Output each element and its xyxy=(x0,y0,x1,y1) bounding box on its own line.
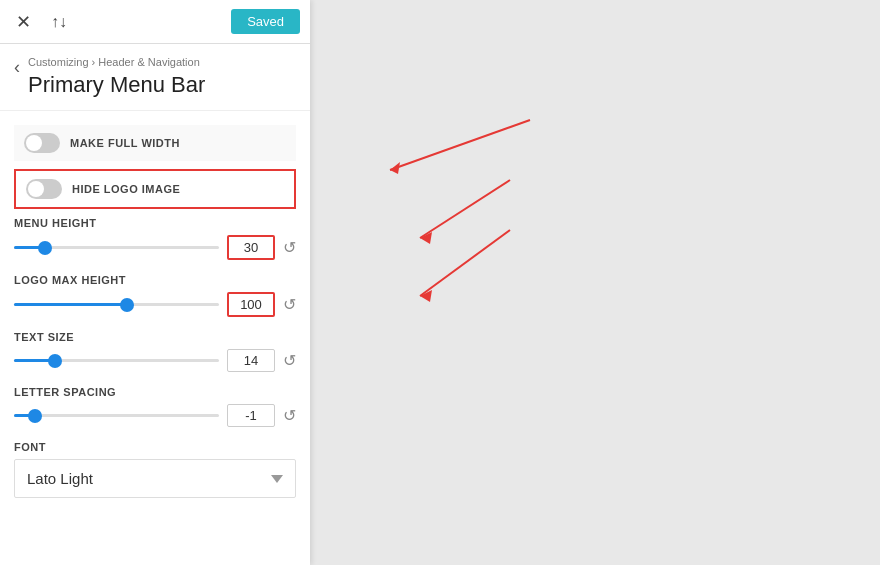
sort-button[interactable]: ↑↓ xyxy=(45,9,73,35)
text-size-reset[interactable]: ↺ xyxy=(283,353,296,369)
svg-line-0 xyxy=(390,120,530,170)
text-size-thumb[interactable] xyxy=(48,354,62,368)
menu-height-value[interactable] xyxy=(227,235,275,260)
font-select[interactable]: Lato Light Arial Georgia Verdana xyxy=(14,459,296,498)
annotation-arrows xyxy=(310,0,880,565)
menu-height-row: ↺ xyxy=(14,235,296,260)
font-label: FONT xyxy=(14,441,296,453)
toolbar: ✕ ↑↓ Saved xyxy=(0,0,310,44)
page-title: Primary Menu Bar xyxy=(28,72,205,98)
svg-line-2 xyxy=(420,180,510,238)
main-content xyxy=(310,0,880,565)
header-section: ‹ Customizing › Header & Navigation Prim… xyxy=(0,44,310,111)
logo-max-height-fill xyxy=(14,303,127,306)
breadcrumb: Customizing › Header & Navigation xyxy=(28,56,205,68)
svg-line-4 xyxy=(420,230,510,296)
make-full-width-toggle[interactable] xyxy=(24,133,60,153)
back-button[interactable]: ‹ xyxy=(14,58,20,76)
svg-marker-1 xyxy=(390,162,400,174)
hide-logo-image-row: HIDE LOGO IMAGE xyxy=(14,169,296,209)
menu-height-thumb[interactable] xyxy=(38,241,52,255)
text-size-section: TEXT SIZE ↺ xyxy=(14,331,296,372)
hide-logo-image-toggle[interactable] xyxy=(26,179,62,199)
letter-spacing-reset[interactable]: ↺ xyxy=(283,408,296,424)
letter-spacing-thumb[interactable] xyxy=(28,409,42,423)
logo-max-height-label: LOGO MAX HEIGHT xyxy=(14,274,296,286)
text-size-row: ↺ xyxy=(14,349,296,372)
logo-max-height-thumb[interactable] xyxy=(120,298,134,312)
svg-marker-5 xyxy=(420,290,432,302)
saved-button[interactable]: Saved xyxy=(231,9,300,34)
menu-height-reset[interactable]: ↺ xyxy=(283,240,296,256)
menu-height-section: MENU HEIGHT ↺ xyxy=(14,217,296,260)
letter-spacing-section: LETTER SPACING ↺ xyxy=(14,386,296,427)
make-full-width-row: MAKE FULL WIDTH xyxy=(14,125,296,161)
hide-logo-image-label: HIDE LOGO IMAGE xyxy=(72,183,180,195)
svg-marker-3 xyxy=(420,232,432,244)
letter-spacing-label: LETTER SPACING xyxy=(14,386,296,398)
logo-max-height-track[interactable] xyxy=(14,303,219,306)
logo-max-height-value[interactable] xyxy=(227,292,275,317)
menu-height-track[interactable] xyxy=(14,246,219,249)
controls-area: MAKE FULL WIDTH HIDE LOGO IMAGE MENU HEI… xyxy=(0,111,310,565)
letter-spacing-row: ↺ xyxy=(14,404,296,427)
logo-max-height-reset[interactable]: ↺ xyxy=(283,297,296,313)
letter-spacing-track[interactable] xyxy=(14,414,219,417)
text-size-value[interactable] xyxy=(227,349,275,372)
close-button[interactable]: ✕ xyxy=(10,7,37,37)
make-full-width-label: MAKE FULL WIDTH xyxy=(70,137,180,149)
text-size-label: TEXT SIZE xyxy=(14,331,296,343)
sidebar-panel: ✕ ↑↓ Saved ‹ Customizing › Header & Navi… xyxy=(0,0,310,565)
menu-height-label: MENU HEIGHT xyxy=(14,217,296,229)
text-size-track[interactable] xyxy=(14,359,219,362)
logo-max-height-section: LOGO MAX HEIGHT ↺ xyxy=(14,274,296,317)
font-section: FONT Lato Light Arial Georgia Verdana xyxy=(14,441,296,498)
header-text: Customizing › Header & Navigation Primar… xyxy=(28,56,205,98)
letter-spacing-value[interactable] xyxy=(227,404,275,427)
logo-max-height-row: ↺ xyxy=(14,292,296,317)
